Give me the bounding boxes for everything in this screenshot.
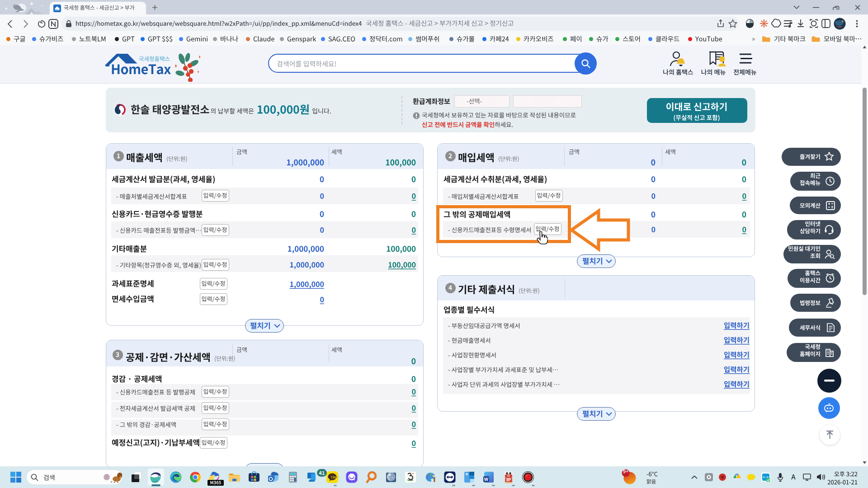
svg-text:PDF: PDF	[507, 475, 510, 477]
svg-text:Hom: Hom	[55, 9, 60, 11]
